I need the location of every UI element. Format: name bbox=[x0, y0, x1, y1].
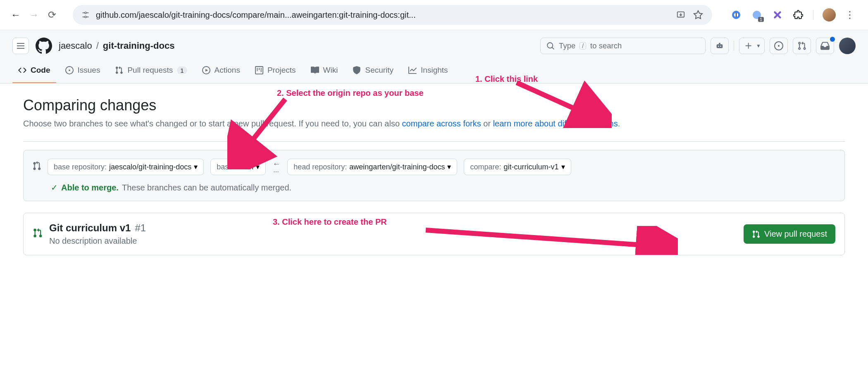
browser-toolbar: ← → ⟳ github.com/jaescalo/git-training-d… bbox=[0, 0, 868, 30]
github-header: jaescalo / git-training-docs Type / to s… bbox=[0, 30, 868, 83]
merge-status: ✓ Able to merge. These branches can be a… bbox=[32, 183, 836, 192]
repo-navigation: Code Issues Pull requests 1 Actions Proj… bbox=[12, 62, 856, 83]
search-input[interactable]: Type / to search bbox=[540, 38, 706, 54]
svg-rect-10 bbox=[717, 44, 723, 48]
view-pull-request-button[interactable]: View pull request bbox=[744, 224, 835, 244]
url-text: github.com/jaescalo/git-training-docs/co… bbox=[96, 10, 669, 20]
tab-actions[interactable]: Actions bbox=[196, 62, 246, 83]
hamburger-menu[interactable] bbox=[12, 38, 29, 54]
breadcrumb-repo[interactable]: git-training-docs bbox=[103, 40, 175, 51]
annotation-arrow-2 bbox=[227, 95, 293, 169]
forward-button[interactable]: → bbox=[26, 7, 41, 22]
svg-point-5 bbox=[85, 16, 86, 18]
page-description: Choose two branches to see what's change… bbox=[23, 117, 845, 130]
annotation-arrow-3 bbox=[422, 226, 678, 255]
check-icon: ✓ bbox=[51, 183, 58, 192]
annotation-1: 1. Click this link bbox=[475, 74, 538, 84]
user-avatar[interactable] bbox=[839, 38, 856, 54]
svg-rect-13 bbox=[719, 43, 720, 45]
caret-down-icon: ▾ bbox=[561, 162, 565, 171]
annotation-arrow-1 bbox=[508, 78, 612, 128]
copilot-button[interactable] bbox=[711, 38, 729, 54]
breadcrumb-owner[interactable]: jaescalo bbox=[59, 40, 92, 51]
tab-projects[interactable]: Projects bbox=[249, 62, 302, 83]
browser-profile-avatar[interactable] bbox=[823, 8, 836, 21]
head-repo-selector[interactable]: head repository: aweingarten/git-trainin… bbox=[287, 159, 457, 175]
caret-down-icon: ▾ bbox=[194, 162, 198, 171]
issues-button[interactable] bbox=[770, 38, 788, 54]
search-placeholder-pre: Type bbox=[559, 41, 575, 50]
extension-3-icon[interactable] bbox=[772, 9, 783, 21]
pull-request-icon bbox=[33, 228, 43, 240]
tab-code[interactable]: Code bbox=[12, 62, 56, 83]
back-button[interactable]: ← bbox=[8, 7, 23, 22]
tab-insights[interactable]: Insights bbox=[403, 62, 453, 83]
svg-line-16 bbox=[426, 230, 665, 247]
svg-point-11 bbox=[718, 46, 719, 47]
breadcrumb: jaescalo / git-training-docs bbox=[59, 40, 174, 51]
create-new-button[interactable]: ▼ bbox=[739, 38, 765, 54]
main-content: 1. Click this link 2. Select the origin … bbox=[0, 83, 868, 269]
tab-issues[interactable]: Issues bbox=[60, 62, 106, 83]
tab-security[interactable]: Security bbox=[347, 62, 399, 83]
browser-menu-icon[interactable]: ⋮ bbox=[845, 9, 855, 21]
compare-box: base repository: jaescalo/git-training-d… bbox=[23, 150, 845, 201]
pr-title[interactable]: Git curriculum v1 bbox=[49, 222, 131, 234]
breadcrumb-separator: / bbox=[96, 40, 99, 51]
svg-point-12 bbox=[720, 46, 721, 47]
pr-number: #1 bbox=[135, 222, 146, 234]
svg-line-14 bbox=[517, 83, 599, 120]
install-icon[interactable] bbox=[675, 9, 687, 21]
page-title: Comparing changes bbox=[23, 97, 845, 114]
compare-across-forks-link[interactable]: compare across forks bbox=[402, 119, 481, 128]
caret-down-icon: ▾ bbox=[447, 162, 451, 171]
svg-point-2 bbox=[85, 12, 86, 14]
notifications-button[interactable] bbox=[816, 38, 834, 54]
extensions-area: 1 ⋮ bbox=[725, 8, 860, 21]
git-compare-icon bbox=[32, 162, 41, 173]
reload-button[interactable]: ⟳ bbox=[45, 7, 60, 22]
github-logo[interactable] bbox=[36, 38, 52, 54]
address-bar[interactable]: github.com/jaescalo/git-training-docs/co… bbox=[73, 5, 712, 25]
pull-requests-button[interactable] bbox=[793, 38, 811, 54]
pulls-count-badge: 1 bbox=[177, 67, 187, 74]
notification-indicator bbox=[830, 37, 835, 42]
tab-pull-requests[interactable]: Pull requests 1 bbox=[109, 62, 193, 83]
annotation-2: 2. Select the origin repo as your base bbox=[277, 88, 424, 98]
search-kbd: / bbox=[579, 42, 586, 50]
base-repo-selector[interactable]: base repository: jaescalo/git-training-d… bbox=[48, 159, 204, 175]
svg-line-15 bbox=[236, 99, 285, 161]
compare-branch-selector[interactable]: compare: git-curriculum-v1 ▾ bbox=[464, 159, 571, 175]
annotation-3: 3. Click here to create the PR bbox=[273, 217, 387, 227]
search-placeholder-post: to search bbox=[590, 41, 622, 50]
tab-wiki[interactable]: Wiki bbox=[305, 62, 344, 83]
extensions-puzzle-icon[interactable] bbox=[792, 9, 804, 21]
site-settings-icon[interactable] bbox=[81, 10, 90, 19]
bookmark-star-icon[interactable] bbox=[692, 9, 704, 21]
extension-1-icon[interactable] bbox=[730, 9, 742, 21]
extension-2-icon[interactable]: 1 bbox=[751, 9, 763, 21]
